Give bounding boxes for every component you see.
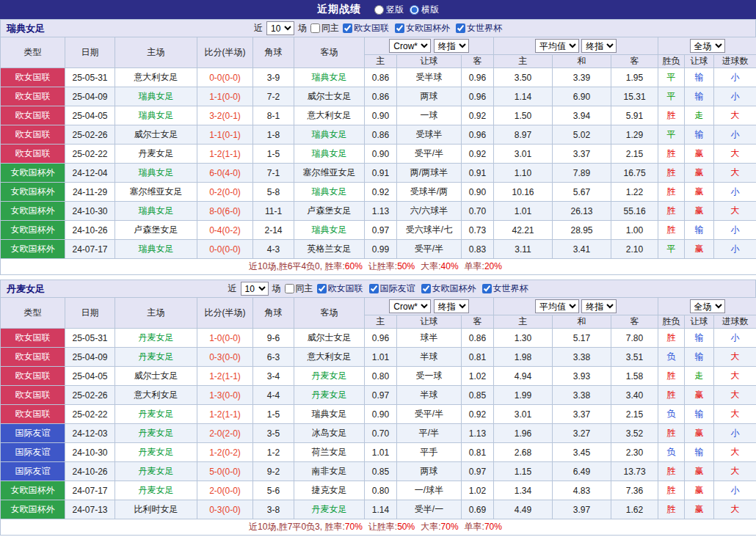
result-handicap: 赢 [685, 500, 714, 519]
league-filter-checkbox[interactable] [369, 284, 379, 293]
corners: 5-8 [253, 183, 294, 202]
league-filter-checkbox[interactable] [343, 23, 352, 33]
odds-away: 0.96 [462, 68, 494, 87]
odds-away: 0.73 [462, 221, 494, 240]
layout-option-horizontal[interactable]: 横版 [410, 4, 439, 16]
bookmaker-select[interactable]: Crow* [389, 39, 431, 53]
avg-away: 2.30 [611, 443, 658, 462]
league-filter-checkbox[interactable] [421, 284, 431, 293]
layout-radio-vertical[interactable] [374, 5, 384, 15]
result-handicap: 赢 [685, 481, 714, 500]
odds-away: 0.92 [462, 405, 494, 424]
result-winloss: 平 [658, 125, 685, 145]
corners: 9-2 [253, 462, 294, 481]
avg-odds-type-select[interactable]: 终指 [581, 299, 617, 313]
league-filter[interactable]: 女欧国杯外 [395, 22, 450, 34]
away-team: 意大利女足 [294, 106, 365, 125]
home-team: 意大利女足 [115, 386, 197, 405]
score: 1-1(0-1) [197, 125, 253, 145]
match-row: 女欧国杯外24-11-29塞尔维亚女足0-2(0-0)5-8瑞典女足0.92受球… [1, 183, 756, 202]
away-team: 瑞典女足 [294, 221, 365, 240]
match-row: 欧女国联25-04-09丹麦女足0-3(0-0)6-3意大利女足1.01半球0.… [1, 348, 756, 367]
league-filter[interactable]: 女世界杯 [456, 22, 502, 34]
summary-stat-label: 大率: [421, 261, 440, 271]
avg-away: 3.40 [611, 386, 658, 405]
match-count-select[interactable]: 10 [266, 21, 294, 35]
match-row: 欧女国联25-04-09瑞典女足1-1(0-0)7-2威尔士女足0.86两球0.… [1, 87, 756, 106]
away-team: 捷克女足 [294, 481, 365, 500]
match-row: 欧女国联25-02-26威尔士女足1-1(0-1)1-8瑞典女足0.86受球半0… [1, 125, 756, 145]
avg-draw: 7.89 [553, 164, 611, 183]
league-filter-checkbox[interactable] [395, 23, 404, 33]
corners: 1-2 [253, 443, 294, 462]
col-header-corner: 角球 [253, 298, 294, 329]
match-row: 欧女国联25-05-31丹麦女足1-0(0-0)9-6威尔士女足0.96球半0.… [1, 329, 756, 348]
layout-option-vertical[interactable]: 竖版 [374, 4, 404, 16]
result-winloss: 胜 [658, 424, 685, 443]
odds-type-select[interactable]: 终指 [434, 39, 469, 53]
average-select[interactable]: 平均值 [535, 299, 579, 313]
average-select[interactable]: 平均值 [535, 39, 579, 53]
avg-away: 2.15 [611, 145, 658, 164]
result-goals: 小 [714, 221, 756, 240]
col-header-winloss: 胜负 [658, 315, 685, 329]
same-home-filter[interactable]: 同主 [310, 22, 339, 34]
result-winloss: 平 [658, 87, 685, 106]
col-header-avg-home: 主 [494, 55, 553, 68]
score: 1-3(0-0) [197, 386, 253, 405]
odds-away: 0.81 [462, 348, 494, 367]
games-label: 场 [298, 22, 307, 34]
handicap: 两球 [397, 87, 462, 106]
odds-type-select[interactable]: 终指 [434, 299, 469, 313]
score: 0-2(0-0) [197, 183, 253, 202]
away-team: 威尔士女足 [294, 329, 365, 348]
league-filter[interactable]: 欧女国联 [317, 282, 363, 295]
full-match-select[interactable]: 全场 [690, 39, 725, 53]
bookmaker-select[interactable]: Crow* [389, 299, 431, 313]
away-team: 威尔士女足 [294, 87, 365, 106]
result-winloss: 负 [658, 348, 685, 367]
full-match-select[interactable]: 全场 [690, 299, 725, 313]
home-team: 丹麦女足 [115, 424, 197, 443]
league-badge: 欧女国联 [1, 145, 65, 164]
match-row: 欧女国联25-02-26意大利女足1-3(0-0)4-4丹麦女足0.97半球0.… [1, 386, 756, 405]
league-filter[interactable]: 女世界杯 [482, 282, 528, 295]
result-goals: 大 [714, 386, 756, 405]
match-row: 女欧国杯外24-07-17瑞典女足0-0(0-0)4-3英格兰女足0.99受平/… [1, 240, 756, 259]
result-handicap: 赢 [685, 424, 714, 443]
match-count-select[interactable]: 10 [241, 282, 269, 296]
avg-odds-type-select[interactable]: 终指 [581, 39, 617, 53]
league-filter[interactable]: 女欧国杯外 [421, 282, 476, 295]
league-filter[interactable]: 国际友谊 [369, 282, 415, 295]
layout-radio-horizontal[interactable] [410, 5, 419, 15]
match-date: 25-02-22 [65, 145, 115, 164]
result-goals: 大 [714, 164, 756, 183]
layout-label-vertical: 竖版 [386, 4, 404, 16]
odds-away: 0.92 [462, 106, 494, 125]
same-home-filter[interactable]: 同主 [285, 282, 313, 295]
league-filter[interactable]: 欧女国联 [343, 22, 389, 34]
result-winloss: 胜 [658, 106, 685, 125]
summary-stat-label: 胜率: [324, 261, 344, 271]
odds-home: 0.86 [365, 125, 397, 145]
same-home-label: 同主 [296, 282, 313, 295]
odds-group-header: Crow* 终指 [365, 37, 494, 55]
league-filter-checkbox[interactable] [317, 284, 327, 293]
away-team: 冰岛女足 [294, 424, 365, 443]
odds-home: 0.91 [365, 164, 397, 183]
same-home-checkbox[interactable] [285, 284, 294, 293]
result-winloss: 平 [658, 240, 685, 259]
league-filter-checkbox[interactable] [482, 284, 492, 293]
league-badge: 女欧国杯外 [1, 183, 65, 202]
corners: 1-8 [253, 125, 294, 145]
result-winloss: 负 [658, 443, 685, 462]
match-row: 国际友谊24-12-03丹麦女足2-0(2-0)3-5冰岛女足0.70平/半1.… [1, 424, 756, 443]
corners: 9-6 [253, 329, 294, 348]
same-home-checkbox[interactable] [310, 23, 320, 33]
avg-draw: 5.02 [553, 125, 611, 145]
match-date: 24-12-03 [65, 424, 115, 443]
handicap: 受一球 [397, 367, 462, 386]
layout-label-horizontal: 横版 [421, 4, 439, 16]
odds-home: 0.97 [365, 386, 397, 405]
league-filter-checkbox[interactable] [456, 23, 465, 33]
